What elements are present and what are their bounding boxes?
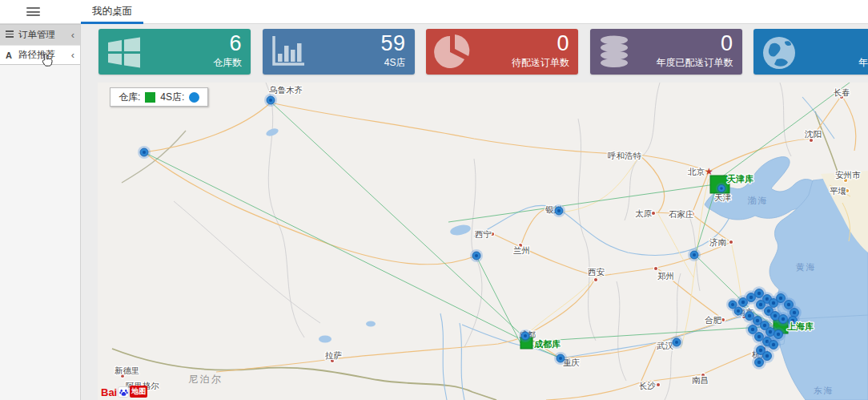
- stat-card-value: 6: [229, 31, 242, 56]
- baidu-map-word: 地图: [130, 386, 147, 398]
- map-label: 西安: [588, 267, 605, 277]
- chevron-left-icon: ‹: [71, 50, 74, 60]
- sidebar-item-route-recommendation[interactable]: A 路径推荐 ‹: [0, 45, 80, 65]
- city-dot: [729, 240, 733, 244]
- map-label: 兰州: [513, 245, 530, 255]
- sidebar-item-label: 订单管理: [18, 29, 71, 41]
- sidebar-item-order-management[interactable]: 订单管理 ‹: [0, 25, 80, 45]
- topbar: 我的桌面: [0, 0, 868, 24]
- pie-chart-icon: [433, 34, 470, 73]
- map-label: 新德里: [115, 366, 140, 375]
- route-icon: A: [6, 51, 18, 60]
- store-marker[interactable]: [670, 336, 683, 349]
- map-svg: 乌鲁木齐呼和浩特★北京天津银川太原石家庄济南西宁兰州西安郑州合肥南京武汉杭州长沙…: [98, 83, 868, 400]
- city-dot: [656, 382, 660, 386]
- database-icon: [597, 34, 631, 73]
- store-swatch: [189, 92, 199, 103]
- warehouse-label: 天津库: [726, 174, 753, 184]
- stat-card[interactable]: 年度已配: [753, 29, 868, 75]
- store-marker[interactable]: [554, 352, 567, 365]
- stat-card-label: 年度已配: [858, 56, 868, 70]
- stat-card-label: 仓库数: [213, 56, 242, 70]
- map-label: 拉萨: [325, 350, 343, 360]
- app-window: 我的桌面 订单管理 ‹ A 路径推荐 ‹ 6仓库数594S店0待配送订单数0年度…: [0, 0, 868, 400]
- stat-card[interactable]: 594S店: [263, 29, 415, 75]
- map-label: 渤海: [747, 196, 768, 205]
- store-marker[interactable]: [470, 249, 483, 262]
- store-marker[interactable]: [716, 183, 727, 194]
- stat-card-label: 4S店: [384, 56, 406, 70]
- city-dot: [809, 138, 813, 142]
- map-label: 济南: [709, 237, 727, 247]
- baidu-paw-icon: [118, 386, 129, 398]
- map-label: 尼泊尔: [188, 374, 223, 385]
- map-label: 石家庄: [669, 209, 694, 219]
- legend-warehouse-label: 仓库:: [119, 91, 140, 104]
- map-canvas[interactable]: 乌鲁木齐呼和浩特★北京天津银川太原石家庄济南西宁兰州西安郑州合肥南京武汉杭州长沙…: [98, 83, 868, 400]
- map-label: 长春: [834, 87, 850, 97]
- map-label: 西宁: [475, 229, 492, 239]
- store-marker[interactable]: [519, 329, 532, 342]
- map-label: 北京: [687, 167, 705, 176]
- map-label: 南昌: [692, 375, 709, 385]
- baidu-brand-text: Bai: [101, 387, 117, 398]
- store-marker[interactable]: [138, 146, 151, 159]
- city-dot: [593, 277, 597, 281]
- map-label: 太原: [635, 208, 653, 218]
- map-label: 黄海: [796, 262, 816, 272]
- chevron-left-icon: ‹: [71, 30, 74, 40]
- map-label: 安州市: [835, 170, 861, 180]
- map-label: 合肥: [705, 315, 722, 325]
- map-label: 郑州: [657, 271, 674, 281]
- map-label: 平壤: [830, 186, 846, 196]
- stat-card[interactable]: 0待配送订单数: [426, 29, 578, 75]
- map-label: 长沙: [639, 381, 657, 390]
- legend-store-label: 4S店:: [160, 91, 184, 104]
- stat-card-value: 0: [721, 31, 733, 56]
- baidu-logo: Bai 地图: [101, 386, 147, 398]
- store-marker[interactable]: [726, 298, 739, 311]
- stat-card[interactable]: 6仓库数: [98, 29, 251, 75]
- warehouse-label: 上海库: [786, 321, 814, 331]
- list-icon: [6, 30, 18, 38]
- sidebar-toggle-icon[interactable]: [26, 7, 40, 17]
- stat-card-value: 59: [380, 31, 405, 56]
- stat-card-label: 待配送订单数: [512, 56, 569, 70]
- map-label: 乌鲁木齐: [269, 85, 303, 95]
- city-dot: [721, 317, 725, 321]
- city-dot: [653, 266, 657, 270]
- bar-chart-icon: [270, 34, 307, 71]
- tab-my-desktop[interactable]: 我的桌面: [81, 0, 143, 24]
- map-label: 东海: [814, 386, 834, 395]
- store-marker[interactable]: [688, 248, 701, 261]
- warehouse-label: 成都库: [533, 339, 561, 349]
- map-label: 沈阳: [804, 129, 822, 139]
- stat-card-value: 0: [557, 31, 569, 56]
- store-marker[interactable]: [752, 355, 766, 370]
- sidebar: 订单管理 ‹ A 路径推荐 ‹: [0, 24, 81, 400]
- city-dot: [651, 211, 655, 215]
- map-legend: 仓库: 4S店:: [110, 87, 208, 107]
- map-label: 呼和浩特: [608, 151, 642, 160]
- stat-card[interactable]: 0年度已配送订单数: [590, 29, 742, 75]
- stat-card-label: 年度已配送订单数: [657, 56, 733, 70]
- mouse-cursor: [42, 53, 54, 67]
- store-marker[interactable]: [264, 94, 277, 107]
- store-marker[interactable]: [553, 204, 565, 217]
- warehouse-swatch: [145, 92, 155, 103]
- windows-icon: [106, 34, 143, 73]
- globe-icon: [761, 34, 798, 75]
